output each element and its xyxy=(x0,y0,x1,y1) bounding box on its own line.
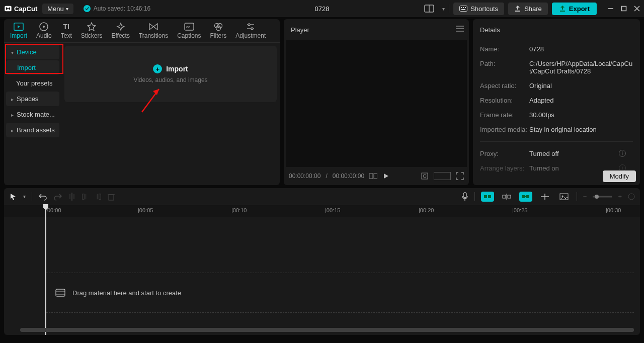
category-presets[interactable]: Your presets xyxy=(6,76,59,91)
zoom-fit-icon[interactable] xyxy=(628,193,635,200)
detail-path: C:/Users/HP/AppData/Local/CapCut/CapCut … xyxy=(529,60,633,75)
app-logo: CapCut xyxy=(4,5,37,13)
tab-import[interactable]: Import xyxy=(10,22,27,41)
captions-icon: cc xyxy=(184,22,194,31)
magnet-main-track[interactable] xyxy=(481,192,494,202)
svg-rect-46 xyxy=(488,195,491,198)
detail-resolution: Adapted xyxy=(529,97,633,104)
tab-effects[interactable]: Effects xyxy=(111,22,129,41)
trim-right-tool[interactable] xyxy=(95,193,102,201)
timeline-drop-lane[interactable]: Drag material here and start to create xyxy=(46,273,634,313)
share-button[interactable]: Share xyxy=(508,3,548,15)
svg-point-25 xyxy=(251,28,253,30)
import-dropzone[interactable]: + Import Videos, audios, and images xyxy=(64,46,277,102)
category-brand[interactable]: Brand assets xyxy=(6,123,59,137)
detail-name: 0728 xyxy=(529,45,633,53)
scrollbar-thumb[interactable] xyxy=(20,328,634,332)
category-import[interactable]: Import xyxy=(6,60,59,75)
svg-rect-32 xyxy=(374,174,377,179)
media-panel: Import Audio TI Text Stickers Effects Tr… xyxy=(4,19,280,185)
svg-rect-48 xyxy=(508,195,511,198)
mic-icon[interactable] xyxy=(461,192,468,201)
detail-media: Stay in original location xyxy=(529,126,633,133)
timeline-body[interactable]: Drag material here and start to create xyxy=(4,217,640,335)
effects-icon xyxy=(116,22,126,31)
svg-rect-42 xyxy=(109,195,114,200)
cover-button[interactable] xyxy=(557,192,571,202)
chevron-down-icon[interactable]: ▾ xyxy=(23,194,26,199)
timeline-ruler[interactable]: 00:00 |00:05 |00:10 |00:15 |00:20 |00:25… xyxy=(4,205,640,217)
tab-text[interactable]: TI Text xyxy=(61,22,72,41)
category-device[interactable]: Device xyxy=(6,45,59,59)
chevron-down-icon: ▾ xyxy=(66,6,68,12)
tab-adjustment[interactable]: Adjustment xyxy=(235,22,266,41)
scale-icon[interactable] xyxy=(421,172,429,180)
category-spaces[interactable]: Spaces xyxy=(6,92,59,106)
check-icon xyxy=(84,5,91,12)
undo-button[interactable] xyxy=(38,193,47,201)
category-list: Device Import Your presets Spaces Stock … xyxy=(4,43,61,185)
svg-point-58 xyxy=(595,195,599,199)
svg-rect-45 xyxy=(484,195,487,198)
svg-rect-38 xyxy=(83,194,85,199)
redo-button[interactable] xyxy=(53,193,62,201)
split-tool[interactable] xyxy=(68,193,75,201)
pointer-tool[interactable] xyxy=(9,193,17,201)
details-header: Details xyxy=(473,19,640,40)
player-panel: Player 00:00:00:00 / 00:00:00:00 xyxy=(284,19,469,185)
tab-stickers[interactable]: Stickers xyxy=(81,22,103,41)
tab-transitions[interactable]: Transitions xyxy=(139,22,168,41)
media-tabs: Import Audio TI Text Stickers Effects Tr… xyxy=(4,19,280,43)
app-name: CapCut xyxy=(14,5,37,13)
shortcuts-button[interactable]: Shortcuts xyxy=(453,3,504,15)
detail-fps: 30.00fps xyxy=(529,111,633,119)
tab-audio[interactable]: Audio xyxy=(36,22,52,41)
stickers-icon xyxy=(87,22,97,31)
ratio-selector[interactable] xyxy=(434,172,451,180)
info-icon[interactable]: i xyxy=(619,150,626,157)
trim-left-tool[interactable] xyxy=(82,193,89,201)
svg-rect-11 xyxy=(622,7,626,11)
modify-button[interactable]: Modify xyxy=(603,170,636,182)
close-button[interactable] xyxy=(634,6,640,12)
fullscreen-icon[interactable] xyxy=(456,172,464,180)
caret-right-icon xyxy=(11,95,14,103)
timeline-scrollbar[interactable] xyxy=(20,328,634,332)
plus-icon: + xyxy=(153,64,162,73)
svg-rect-50 xyxy=(522,195,525,198)
export-button[interactable]: Export xyxy=(552,3,597,15)
playhead[interactable] xyxy=(45,205,46,217)
zoom-out-icon[interactable]: − xyxy=(583,193,587,200)
chevron-down-icon[interactable]: ▾ xyxy=(442,6,445,12)
delete-tool[interactable] xyxy=(108,193,115,201)
share-icon xyxy=(514,5,521,12)
text-icon: TI xyxy=(61,22,71,31)
panel-menu-icon[interactable] xyxy=(456,25,464,32)
minimize-button[interactable] xyxy=(608,6,614,12)
svg-text:cc: cc xyxy=(186,25,190,29)
auto-snap[interactable] xyxy=(500,192,513,202)
tab-captions[interactable]: cc Captions xyxy=(177,22,201,41)
svg-point-23 xyxy=(248,24,250,26)
menu-button[interactable]: Menu ▾ xyxy=(42,4,73,14)
play-button[interactable] xyxy=(382,173,389,180)
preview-axis[interactable] xyxy=(538,192,551,202)
svg-point-56 xyxy=(561,195,563,197)
zoom-slider[interactable] xyxy=(593,195,612,199)
detail-aspect: Original xyxy=(529,82,633,90)
autosave-status: Auto saved: 10:46:16 xyxy=(84,5,150,12)
linkage-toggle[interactable] xyxy=(519,192,532,202)
tab-filters[interactable]: Filters xyxy=(210,22,227,41)
transitions-icon xyxy=(148,22,158,31)
category-stock[interactable]: Stock mate... xyxy=(6,107,59,122)
svg-rect-60 xyxy=(56,289,65,296)
zoom-in-icon[interactable]: + xyxy=(618,193,622,200)
layout-icon[interactable] xyxy=(420,3,438,15)
caret-right-icon xyxy=(11,126,14,134)
clip-icon xyxy=(55,289,65,297)
compare-icon[interactable] xyxy=(369,173,377,180)
svg-rect-51 xyxy=(526,195,529,198)
maximize-button[interactable] xyxy=(621,6,627,12)
title-bar: CapCut Menu ▾ Auto saved: 10:46:16 0728 … xyxy=(0,0,644,17)
svg-rect-3 xyxy=(460,6,467,12)
